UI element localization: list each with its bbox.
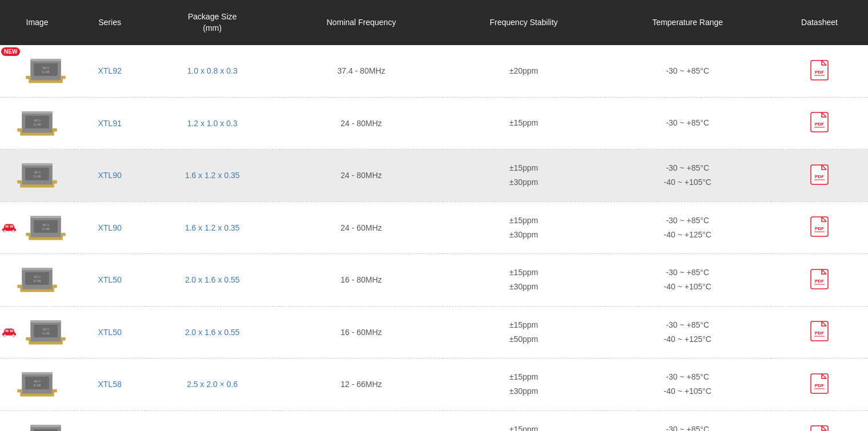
svg-text:48 0: 48 0 xyxy=(34,380,41,383)
table-header-row: Image Series Package Size(mm) Nominal Fr… xyxy=(0,0,868,45)
table-row: 48 0 S AB XTL502.0 x 1.6 x 0.5516 - 60MH… xyxy=(0,306,868,359)
svg-rect-69 xyxy=(26,337,30,340)
package-link[interactable]: 2.0 x 1.6 x 0.55 xyxy=(185,275,240,284)
datasheet-cell[interactable]: PDF xyxy=(771,410,868,431)
stability-cell: ±15ppm±50ppm xyxy=(443,306,605,359)
series-cell[interactable]: XTL58 xyxy=(74,410,145,431)
nominal-freq-cell: 12 - 54MHz xyxy=(279,410,443,431)
datasheet-cell[interactable]: PDF xyxy=(771,202,868,254)
stability-cell: ±15ppm xyxy=(443,97,605,150)
package-cell[interactable]: 2.5 x 2.0 × 0.6 xyxy=(145,410,279,431)
svg-rect-80 xyxy=(17,389,22,393)
package-cell[interactable]: 1.6 x 1.2 x 0.35 xyxy=(145,202,279,254)
svg-text:S AB: S AB xyxy=(33,279,41,283)
svg-text:48 0: 48 0 xyxy=(34,275,41,279)
datasheet-cell[interactable]: PDF xyxy=(771,150,868,202)
crystal-image: 48 0 S AB xyxy=(26,419,66,431)
stability-cell: ±15ppm±30ppm xyxy=(443,202,605,254)
package-cell[interactable]: 1.0 x 0.8 x 0.3 xyxy=(145,45,279,97)
series-link[interactable]: XTL92 xyxy=(98,66,121,75)
svg-point-60 xyxy=(13,334,15,336)
crystal-image: 48 0 S AB xyxy=(17,262,57,298)
series-cell[interactable]: XTL50 xyxy=(74,306,145,359)
svg-text:S AB: S AB xyxy=(42,227,49,230)
series-link[interactable]: XTL58 xyxy=(98,380,121,389)
new-badge: NEW xyxy=(1,47,20,56)
pdf-icon[interactable]: PDF xyxy=(810,282,829,291)
crystal-image: 48 0 S AB xyxy=(17,366,57,402)
package-cell[interactable]: 2.0 x 1.6 x 0.55 xyxy=(145,306,279,359)
svg-point-34 xyxy=(13,229,15,232)
pdf-icon[interactable]: PDF xyxy=(810,125,829,134)
crystal-image: 48 0 S AB xyxy=(26,53,66,89)
svg-rect-28 xyxy=(17,180,22,184)
series-cell[interactable]: XTL91 xyxy=(74,97,145,150)
svg-rect-54 xyxy=(17,285,22,288)
datasheet-cell[interactable]: PDF xyxy=(771,359,868,411)
series-link[interactable]: XTL90 xyxy=(98,171,121,180)
svg-rect-17 xyxy=(17,128,22,131)
datasheet-cell[interactable]: PDF xyxy=(771,45,868,97)
pdf-icon[interactable]: PDF xyxy=(810,386,829,396)
pdf-icon[interactable]: PDF xyxy=(810,229,829,239)
series-link[interactable]: XTL91 xyxy=(98,119,121,128)
pdf-icon[interactable]: PDF xyxy=(810,334,829,343)
table-row: 48 0 S AB XTL582.5 x 2.0 × 0.612 - 66MHz… xyxy=(0,359,868,411)
svg-rect-81 xyxy=(53,389,57,393)
svg-text:S AB: S AB xyxy=(33,175,41,178)
series-cell[interactable]: XTL92 xyxy=(74,45,145,97)
svg-rect-2 xyxy=(30,59,61,61)
series-link[interactable]: XTL50 xyxy=(98,275,121,284)
package-link[interactable]: 1.2 x 1.0 x 0.3 xyxy=(187,119,238,128)
pdf-icon[interactable]: PDF xyxy=(810,178,829,187)
package-link[interactable]: 2.5 x 2.0 × 0.6 xyxy=(187,380,238,389)
datasheet-cell[interactable]: PDF xyxy=(771,254,868,307)
datasheet-cell[interactable]: PDF xyxy=(771,306,868,359)
temp-range-cell: -30 ~ +85°C-40 ~ +125°C xyxy=(605,410,771,431)
col-nominal: Nominal Frequency xyxy=(279,0,443,45)
package-link[interactable]: 2.0 x 1.6 x 0.55 xyxy=(185,328,240,337)
package-link[interactable]: 1.6 x 1.2 x 0.35 xyxy=(185,171,240,180)
svg-rect-55 xyxy=(53,285,57,288)
image-cell: 48 0 S AB xyxy=(0,202,74,254)
image-cell: 48 0 S AB xyxy=(0,306,74,359)
datasheet-cell[interactable]: PDF xyxy=(771,97,868,150)
package-cell[interactable]: 1.6 x 1.2 x 0.35 xyxy=(145,150,279,202)
package-cell[interactable]: 1.2 x 1.0 x 0.3 xyxy=(145,97,279,150)
svg-text:S AB: S AB xyxy=(42,70,49,74)
package-cell[interactable]: 2.5 x 2.0 × 0.6 xyxy=(145,359,279,411)
pdf-icon[interactable]: PDF xyxy=(810,73,829,82)
table-row: 48 0 S AB XTL901.6 x 1.2 x 0.3524 - 60MH… xyxy=(0,202,868,254)
table-body: NEW 48 0 S AB XTL921.0 x 0.8 x 0.337.4 -… xyxy=(0,45,868,431)
series-cell[interactable]: XTL50 xyxy=(74,254,145,307)
package-link[interactable]: 1.0 x 0.8 x 0.3 xyxy=(187,66,238,75)
svg-text:48 0: 48 0 xyxy=(42,223,49,226)
image-cell: 48 0 S AB xyxy=(0,359,74,411)
stability-cell: ±20ppm xyxy=(443,45,605,97)
svg-point-33 xyxy=(4,229,6,232)
svg-rect-62 xyxy=(10,329,13,332)
series-link[interactable]: XTL90 xyxy=(98,223,121,232)
nominal-freq-cell: 12 - 66MHz xyxy=(279,359,443,411)
stability-cell: ±15ppm±30ppm xyxy=(443,254,605,307)
package-cell[interactable]: 2.0 x 1.6 x 0.55 xyxy=(145,254,279,307)
svg-text:PDF: PDF xyxy=(815,383,824,388)
svg-rect-29 xyxy=(53,180,57,184)
series-cell[interactable]: XTL90 xyxy=(74,150,145,202)
temp-range-cell: -30 ~ +85°C-40 ~ +105°C xyxy=(605,359,771,411)
table-row: 48 0 S AB XTL901.6 x 1.2 x 0.3524 - 80MH… xyxy=(0,150,868,202)
table-row: 48 0 S AB XTL502.0 x 1.6 x 0.5516 - 80MH… xyxy=(0,254,868,307)
series-cell[interactable]: XTL90 xyxy=(74,202,145,254)
svg-text:48 0: 48 0 xyxy=(42,327,49,331)
series-cell[interactable]: XTL58 xyxy=(74,359,145,411)
product-table: Image Series Package Size(mm) Nominal Fr… xyxy=(0,0,868,431)
series-link[interactable]: XTL50 xyxy=(98,328,121,337)
svg-rect-35 xyxy=(5,225,9,227)
package-link[interactable]: 1.6 x 1.2 x 0.35 xyxy=(185,223,240,232)
stability-cell: ±15ppm±50ppm xyxy=(443,410,605,431)
image-cell: NEW 48 0 S AB xyxy=(0,45,74,97)
svg-text:S AB: S AB xyxy=(33,384,41,387)
svg-rect-44 xyxy=(61,232,66,236)
svg-text:PDF: PDF xyxy=(815,279,824,284)
temp-range-cell: -30 ~ +85°C xyxy=(605,97,771,150)
